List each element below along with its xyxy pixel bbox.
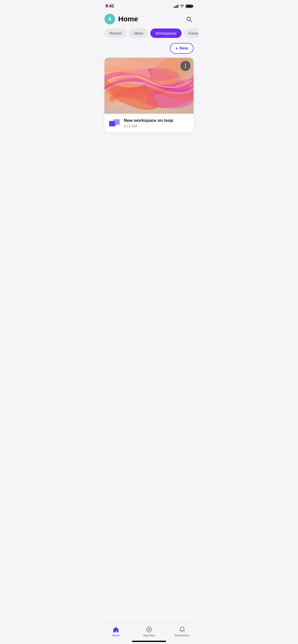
battery-icon bbox=[186, 5, 193, 8]
header-left: S Home bbox=[104, 14, 138, 24]
more-dots-icon bbox=[185, 64, 186, 68]
card-time: 8:12 AM bbox=[124, 124, 173, 128]
status-bar: 9:41 bbox=[99, 0, 199, 11]
card-text: New workspace on loop 8:12 AM bbox=[124, 118, 173, 128]
search-button[interactable] bbox=[184, 14, 194, 24]
wifi-icon bbox=[180, 5, 184, 8]
header: S Home bbox=[99, 11, 199, 28]
tab-ideas[interactable]: Ideas bbox=[129, 28, 148, 38]
status-icons bbox=[174, 4, 193, 8]
card-title: New workspace on loop bbox=[124, 118, 173, 123]
new-workspace-button[interactable]: + New bbox=[170, 43, 194, 54]
plus-icon: + bbox=[175, 46, 178, 51]
main-content: + New bbox=[99, 43, 199, 133]
avatar[interactable]: S bbox=[104, 14, 115, 24]
svg-line-1 bbox=[190, 20, 192, 22]
filter-tabs: Recent Ideas Workspaces Favourites bbox=[99, 28, 199, 43]
page-title: Home bbox=[118, 15, 138, 23]
card-image bbox=[104, 58, 194, 114]
svg-rect-12 bbox=[110, 121, 115, 126]
tab-workspaces[interactable]: Workspaces bbox=[150, 28, 181, 38]
card-info: New workspace on loop 8:12 AM bbox=[104, 114, 194, 133]
workspace-card[interactable]: New workspace on loop 8:12 AM bbox=[104, 58, 194, 133]
status-time: 9:41 bbox=[105, 4, 114, 9]
signal-icon bbox=[174, 4, 178, 8]
workspace-icon bbox=[109, 117, 120, 129]
tab-recent[interactable]: Recent bbox=[104, 28, 127, 38]
search-icon bbox=[186, 16, 192, 22]
tab-favourites[interactable]: Favourites bbox=[184, 28, 199, 38]
card-more-button[interactable] bbox=[180, 61, 191, 71]
new-button-row: + New bbox=[104, 43, 194, 54]
